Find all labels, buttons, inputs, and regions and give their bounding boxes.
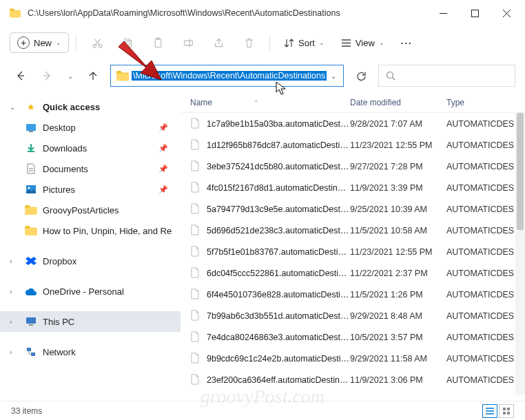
column-headers: Name ⌃ Date modified Type [181, 92, 525, 113]
column-name[interactable]: Name ⌃ [181, 98, 350, 107]
svg-rect-19 [503, 412, 506, 414]
sidebar-label: OneDrive - Personal [43, 286, 124, 297]
back-button[interactable] [10, 65, 30, 86]
svg-point-1 [93, 44, 96, 47]
recent-dropdown[interactable]: ⌄ [65, 65, 76, 86]
table-row[interactable]: 5d696d521de238c3.automaticDestinatio… 11… [181, 220, 525, 241]
details-view-button[interactable] [482, 404, 497, 418]
table-row[interactable]: 6f4e45010736e828.automaticDestinatio… 11… [181, 284, 525, 305]
forward-button[interactable] [37, 65, 58, 86]
close-button[interactable] [491, 2, 522, 24]
sidebar-this-pc[interactable]: › This PC [0, 311, 181, 332]
file-date: 11/5/2021 10:58 AM [350, 226, 446, 235]
file-date: 11/23/2021 12:55 PM [350, 140, 446, 150]
sidebar: ⌄ ★ Quick access Desktop 📌 Downloads 📌 D… [0, 92, 181, 395]
new-button[interactable]: + New ⌄ [10, 32, 69, 53]
file-name: 6dc04f5ccc522861.automaticDestinatio… [207, 269, 350, 278]
file-icon [190, 160, 201, 173]
sidebar-item[interactable]: How to Pin, Unpin, Hide, and Re [0, 220, 181, 241]
file-name: 3ebe375241dc5b80.automaticDestinatio… [207, 162, 350, 171]
cut-button[interactable] [83, 30, 111, 55]
copy-button[interactable] [114, 30, 141, 55]
sidebar-item-label: Pictures [43, 185, 75, 195]
folder-icon [10, 8, 21, 18]
table-row[interactable]: 6dc04f5ccc522861.automaticDestinatio… 11… [181, 262, 525, 284]
column-date[interactable]: Date modified [350, 98, 446, 107]
item-icon [25, 162, 37, 175]
minimize-button[interactable] [427, 2, 459, 24]
sort-label: Sort [298, 38, 315, 48]
table-row[interactable]: 7b99ab6c3d3b551d.automaticDestinatio… 9/… [181, 305, 525, 326]
refresh-button[interactable] [351, 65, 371, 86]
file-date: 9/25/2021 10:39 AM [350, 204, 446, 214]
view-button[interactable]: View ⌄ [334, 34, 391, 52]
thumbnails-view-button[interactable] [499, 404, 514, 418]
sort-button[interactable]: Sort ⌄ [277, 34, 331, 52]
rename-button[interactable] [174, 30, 202, 55]
file-type: AUTOMATICDES [446, 204, 525, 214]
sidebar-dropbox[interactable]: › Dropbox [0, 251, 181, 271]
table-row[interactable]: 23ef200ca6364eff.automaticDestinations-…… [181, 369, 525, 390]
search-icon [386, 71, 395, 81]
svg-rect-3 [124, 39, 130, 45]
column-type[interactable]: Type [446, 98, 525, 107]
svg-rect-4 [125, 41, 131, 47]
new-label: New [34, 38, 52, 48]
chevron-down-icon: ⌄ [319, 39, 325, 46]
status-bar: 33 items [0, 401, 525, 420]
sidebar-item[interactable]: Downloads 📌 [0, 138, 181, 158]
address-bar[interactable]: \Microsoft\Windows\Recent\AutomaticDesti… [110, 65, 344, 87]
search-input[interactable] [378, 65, 515, 87]
chevron-right-icon: › [10, 318, 19, 326]
file-type: AUTOMATICDES [446, 333, 525, 342]
file-name: 5d696d521de238c3.automaticDestinatio… [207, 226, 350, 235]
table-row[interactable]: 1d12f965b876dc87.automaticDestinatio… 11… [181, 134, 525, 156]
file-type: AUTOMATICDES [446, 311, 525, 321]
table-row[interactable]: 7e4dca80246863e3.automaticDestinatio… 10… [181, 326, 525, 348]
svg-rect-0 [471, 10, 478, 17]
table-row[interactable]: 1c7a9be1b15a03ba.automaticDestinatio… 9/… [181, 113, 525, 134]
scrollbar-thumb[interactable] [517, 113, 524, 230]
item-icon [25, 142, 37, 154]
sidebar-item-label: GroovyPostArticles [43, 205, 119, 216]
file-icon [190, 331, 201, 344]
paste-button[interactable] [144, 30, 172, 55]
file-date: 11/5/2021 1:26 PM [350, 290, 446, 300]
chevron-down-icon: ⌄ [10, 103, 19, 111]
file-type: AUTOMATICDES [446, 247, 525, 257]
file-date: 11/9/2021 3:06 PM [350, 375, 446, 385]
chevron-right-icon: › [10, 258, 19, 265]
file-type: AUTOMATICDES [446, 119, 525, 129]
maximize-button[interactable] [459, 2, 491, 24]
delete-button[interactable] [235, 30, 262, 55]
sidebar-item[interactable]: GroovyPostArticles [0, 200, 181, 220]
up-button[interactable] [83, 65, 103, 86]
table-row[interactable]: 5f7b5f1e01b83767.automaticDestination… 1… [181, 241, 525, 262]
table-row[interactable]: 4fc015f2167d8d1.automaticDestinations-… … [181, 177, 525, 198]
chevron-down-icon: ⌄ [379, 39, 384, 46]
svg-rect-20 [507, 412, 510, 414]
pc-icon [25, 315, 37, 328]
address-dropdown[interactable]: ⌄ [327, 72, 340, 80]
sidebar-item[interactable]: Pictures 📌 [0, 179, 181, 200]
more-button[interactable]: ··· [394, 38, 420, 48]
item-icon [25, 183, 37, 196]
sidebar-onedrive[interactable]: › OneDrive - Personal [0, 281, 181, 302]
file-date: 9/28/2021 7:07 AM [350, 119, 446, 129]
file-date: 9/29/2021 8:48 AM [350, 311, 446, 321]
window-title: C:\Users\lori\AppData\Roaming\Microsoft\… [28, 8, 427, 18]
sidebar-item[interactable]: Desktop 📌 [0, 117, 181, 138]
sidebar-item[interactable]: Documents 📌 [0, 158, 181, 179]
sidebar-network[interactable]: › Network [0, 342, 181, 362]
share-button[interactable] [205, 30, 232, 55]
svg-rect-13 [26, 317, 36, 324]
table-row[interactable]: 3ebe375241dc5b80.automaticDestinatio… 9/… [181, 156, 525, 177]
svg-rect-9 [26, 124, 36, 131]
scrollbar[interactable] [515, 113, 525, 395]
file-type: AUTOMATICDES [446, 354, 525, 364]
table-row[interactable]: 9b9cdc69c1c24e2b.automaticDestinatio… 9/… [181, 348, 525, 369]
file-name: 4fc015f2167d8d1.automaticDestinations-… [207, 183, 350, 193]
svg-point-8 [387, 72, 393, 78]
sidebar-quick-access[interactable]: ⌄ ★ Quick access [0, 96, 181, 117]
table-row[interactable]: 5a794779d13c9e5e.automaticDestinatio… 9/… [181, 198, 525, 220]
